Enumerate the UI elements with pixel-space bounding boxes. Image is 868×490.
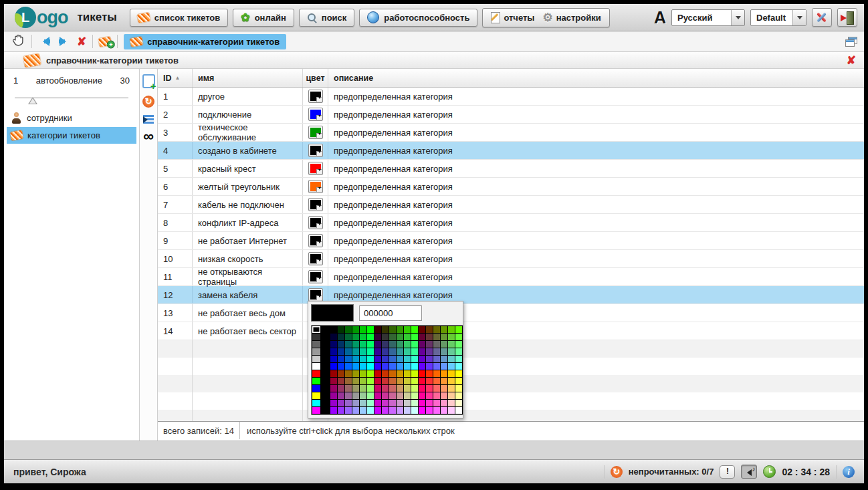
palette-color[interactable] (426, 326, 433, 333)
palette-color[interactable] (382, 378, 389, 384)
palette-color[interactable] (382, 370, 389, 377)
palette-color[interactable] (441, 392, 447, 399)
palette-color[interactable] (352, 400, 359, 406)
palette-color[interactable] (433, 385, 440, 392)
palette-color[interactable] (426, 348, 433, 355)
palette-color[interactable] (441, 378, 447, 384)
palette-color[interactable] (411, 385, 418, 392)
palette-color[interactable] (338, 400, 344, 406)
palette-color[interactable] (433, 370, 440, 377)
palette-color[interactable] (352, 370, 359, 377)
palette-color[interactable] (367, 363, 374, 370)
palette-color[interactable] (345, 326, 352, 333)
palette-color[interactable] (367, 348, 374, 355)
palette-color[interactable] (426, 363, 433, 370)
palette-color[interactable] (455, 363, 462, 370)
palette-color[interactable] (352, 385, 359, 392)
palette-color[interactable] (448, 356, 455, 362)
palette-color[interactable] (330, 363, 337, 370)
palette-color[interactable] (312, 326, 320, 333)
column-header-desc[interactable]: описание (328, 69, 864, 87)
palette-color[interactable] (360, 378, 366, 384)
palette-color[interactable] (330, 334, 337, 340)
palette-color[interactable] (312, 400, 320, 406)
palette-color[interactable] (352, 392, 359, 399)
palette-color[interactable] (330, 385, 337, 392)
palette-color[interactable] (367, 356, 374, 362)
palette-color[interactable] (338, 326, 344, 333)
column-header-name[interactable]: имя (193, 69, 303, 87)
palette-color[interactable] (397, 378, 403, 384)
palette-color[interactable] (345, 341, 352, 348)
palette-color[interactable] (321, 407, 330, 414)
search-button[interactable]: поиск (299, 9, 355, 27)
palette-color[interactable] (455, 356, 462, 362)
palette-color[interactable] (404, 370, 411, 377)
palette-color[interactable] (330, 348, 337, 355)
palette-color[interactable] (397, 326, 403, 333)
palette-color[interactable] (448, 407, 455, 414)
list-view-icon[interactable] (143, 115, 154, 124)
palette-color[interactable] (345, 400, 352, 406)
table-row[interactable]: 11 не открываются страницы предопределен… (158, 268, 864, 286)
color-swatch-button[interactable] (308, 198, 323, 211)
table-row[interactable]: 13 не работает весь дом предопределенная… (158, 304, 864, 322)
color-swatch-button[interactable] (308, 270, 323, 283)
palette-color[interactable] (397, 392, 403, 399)
palette-color[interactable] (367, 407, 374, 414)
palette-color[interactable] (389, 378, 396, 384)
palette-color[interactable] (382, 400, 389, 406)
palette-color[interactable] (419, 334, 425, 340)
palette-color[interactable] (448, 378, 455, 384)
add-ticket-category-icon[interactable] (98, 36, 112, 47)
palette-color[interactable] (455, 385, 462, 392)
palette-color[interactable] (426, 370, 433, 377)
palette-color[interactable] (360, 370, 366, 377)
palette-color[interactable] (426, 378, 433, 384)
palette-color[interactable] (397, 385, 403, 392)
palette-color[interactable] (382, 348, 389, 355)
palette-color[interactable] (404, 407, 411, 414)
hand-icon[interactable] (11, 33, 25, 50)
palette-color[interactable] (448, 348, 455, 355)
palette-color[interactable] (411, 378, 418, 384)
color-swatch-button[interactable] (308, 126, 323, 139)
table-row[interactable]: 1 другое предопределенная категория (158, 88, 864, 106)
palette-color[interactable] (360, 356, 366, 362)
palette-color[interactable] (411, 392, 418, 399)
color-swatch-button[interactable] (308, 180, 323, 193)
palette-color[interactable] (360, 385, 366, 392)
palette-color[interactable] (389, 348, 396, 355)
palette-color[interactable] (374, 400, 381, 406)
palette-color[interactable] (433, 407, 440, 414)
palette-color[interactable] (312, 407, 320, 414)
palette-color[interactable] (426, 400, 433, 406)
palette-color[interactable] (397, 370, 403, 377)
palette-color[interactable] (389, 356, 396, 362)
palette-color[interactable] (455, 334, 462, 340)
chevron-down-icon[interactable] (792, 10, 806, 25)
palette-color[interactable] (338, 407, 344, 414)
palette-color[interactable] (419, 407, 425, 414)
palette-color[interactable] (345, 392, 352, 399)
palette-color[interactable] (312, 363, 320, 370)
palette-color[interactable] (312, 341, 320, 348)
palette-color[interactable] (321, 334, 330, 340)
palette-color[interactable] (321, 385, 330, 392)
font-size-icon[interactable]: A (654, 9, 666, 26)
color-swatch-button[interactable] (308, 252, 323, 265)
palette-color[interactable] (345, 334, 352, 340)
palette-color[interactable] (352, 348, 359, 355)
language-select[interactable]: Русский (671, 9, 745, 26)
alert-icon[interactable]: ! (720, 465, 735, 479)
palette-color[interactable] (419, 370, 425, 377)
palette-color[interactable] (330, 326, 337, 333)
palette-color[interactable] (374, 378, 381, 384)
palette-color[interactable] (345, 370, 352, 377)
palette-color[interactable] (419, 392, 425, 399)
palette-color[interactable] (448, 385, 455, 392)
add-record-icon[interactable] (142, 74, 155, 88)
palette-color[interactable] (389, 385, 396, 392)
palette-color[interactable] (382, 385, 389, 392)
palette-color[interactable] (419, 356, 425, 362)
